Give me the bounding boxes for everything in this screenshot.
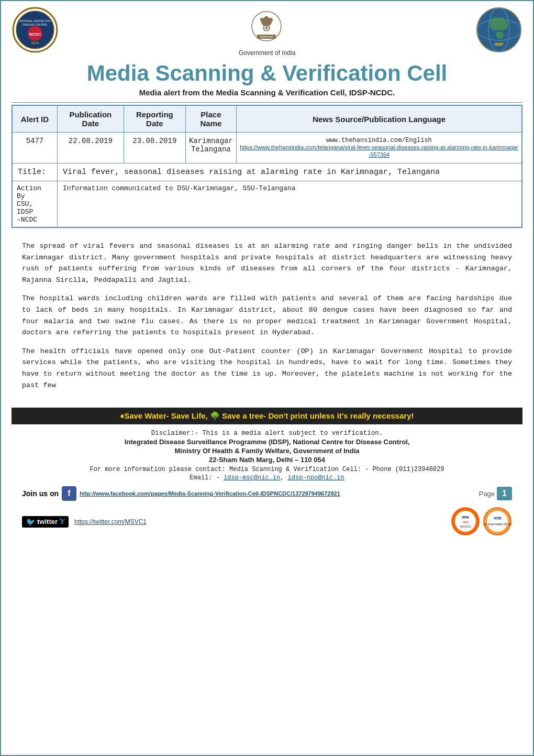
title-label-cell: Title:	[12, 163, 57, 181]
action-label-cell: Action By CSU, IDSP –NCDC	[12, 181, 57, 228]
table-header-row: Alert ID Publication Date Reporting Date…	[12, 105, 522, 133]
title-content-cell: Viral fever, seasonal diseases raising a…	[57, 163, 522, 181]
gov-emblem: सत्यमेव जयते	[250, 10, 284, 48]
svg-point-9	[260, 18, 264, 22]
twitter-link[interactable]: https://twitter.com/MSVC1	[74, 518, 147, 525]
contact-line: For more information please contact: Med…	[22, 466, 512, 473]
col-alert-id: Alert ID	[12, 105, 57, 133]
alert-table: Alert ID Publication Date Reporting Date…	[12, 105, 522, 228]
cell-alert-id: 5477	[12, 133, 57, 163]
twitter-label: twitter	[37, 518, 58, 525]
facebook-icon: f	[62, 486, 76, 501]
svg-text:NCDC: NCDC	[29, 32, 41, 37]
twitter-row: 🐦 twitter 𝕐 https://twitter.com/MSVC1 स्…	[12, 505, 522, 539]
svg-point-10	[269, 18, 273, 22]
page-subtitle: Media alert from the Media Scanning & Ve…	[12, 88, 522, 97]
cell-pub-date: 22.08.2019	[57, 133, 124, 163]
twitter-section: 🐦 twitter 𝕐 https://twitter.com/MSVC1	[22, 516, 147, 528]
facebook-link[interactable]: http://www.facebook.com/pages/Media-Scan…	[80, 490, 340, 497]
bharat-logo: भारत एक कदम स्वच्छता की ओर	[483, 507, 512, 536]
col-rep-date: Reporting Date	[124, 105, 185, 133]
page-label: Page	[479, 490, 495, 498]
swachh-section: स्वच्छ भारत MISSION भारत एक कदम स्वच्छता…	[451, 507, 512, 536]
ncdc-logo: NATIONAL CENTRE FOR DISEASE CONTROL NCDC…	[12, 6, 59, 53]
body-para-1: The spread of viral fevers and seasonal …	[22, 240, 512, 286]
idsp-line: Integrated Disease Surveillance Programm…	[22, 438, 512, 446]
svg-point-30	[487, 511, 508, 532]
title-row: Title: Viral fever, seasonal diseases ra…	[12, 163, 522, 181]
email-line: Email: - idsp-msc@nic.in, idsp-npo@nic.i…	[22, 474, 512, 481]
cell-news-source: www.thehansindia.com/English https://www…	[237, 133, 522, 163]
cell-rep-date: 23.08.2019	[124, 133, 185, 163]
page-badge-area: Page 1	[479, 487, 512, 500]
swachh-bharat-logo: स्वच्छ भारत MISSION	[451, 507, 480, 536]
body-content: The spread of viral fevers and seasonal …	[12, 232, 522, 403]
join-us-section: Join us on f http://www.facebook.com/pag…	[22, 486, 340, 501]
news-source-link[interactable]: https://www.thehansindia.com/telangana/v…	[240, 144, 518, 158]
email1-link[interactable]: idsp-msc@nic.in	[224, 474, 280, 481]
action-row: Action By CSU, IDSP –NCDC Information co…	[12, 181, 522, 228]
disclaimer-text: Disclaimer:- This is a media alert subje…	[22, 430, 512, 437]
svg-text:DISEASE CONTROL: DISEASE CONTROL	[23, 23, 48, 26]
address-line: 22-Sham Nath Marg, Delhi – 110 054	[22, 456, 512, 464]
svg-text:भारत: भारत	[494, 516, 502, 521]
col-place-name: Place Name	[185, 105, 236, 133]
svg-text:DELHI: DELHI	[31, 41, 39, 45]
svg-text:स्वच्छ: स्वच्छ	[461, 516, 469, 519]
svg-text:सत्यमेव जयते: सत्यमेव जयते	[260, 35, 273, 38]
page-number: 1	[497, 487, 512, 500]
gov-label: Government of India	[239, 49, 296, 57]
email2-link[interactable]: idsp-npo@nic.in	[288, 474, 344, 481]
join-label: Join us on	[22, 489, 59, 498]
footer-banner: ♦Save Water- Save Life, 🌳 Save a tree- D…	[12, 408, 522, 424]
page-indicator: Page 1	[479, 487, 512, 500]
twitter-icon: 🐦	[26, 518, 35, 526]
twitter-badge: 🐦 twitter 𝕐	[22, 516, 69, 528]
action-content-cell: Information communicated to DSU-Karimnag…	[57, 181, 522, 228]
main-title-bar: Media Scanning & Verification Cell	[12, 61, 522, 86]
svg-text:भारत: भारत	[463, 521, 469, 524]
svg-text:IDSP: IDSP	[495, 42, 504, 46]
header-section: NATIONAL CENTRE FOR DISEASE CONTROL NCDC…	[12, 6, 522, 59]
social-row: Join us on f http://www.facebook.com/pag…	[12, 484, 522, 505]
header-center: सत्यमेव जयते Government of India	[239, 10, 296, 57]
svg-text:NATIONAL CENTRE FOR: NATIONAL CENTRE FOR	[20, 19, 51, 23]
footer-info: Disclaimer:- This is a media alert subje…	[12, 424, 522, 484]
svg-point-11	[264, 16, 269, 21]
col-pub-date: Publication Date	[57, 105, 124, 133]
ministry-line: Ministry Of Health & Family Welfare, Gov…	[22, 447, 512, 455]
col-news-source: News Source/Publication Language	[237, 105, 522, 133]
svg-text:एक कदम स्वच्छता की ओर: एक कदम स्वच्छता की ओर	[483, 522, 512, 526]
body-para-2: The hospital wards including children wa…	[22, 293, 512, 338]
right-logo: IDSP	[475, 6, 522, 53]
header-divider	[12, 102, 522, 103]
cell-place-name: Karimnagar Telangana	[185, 133, 236, 163]
twitter-y: 𝕐	[60, 518, 64, 525]
body-para-3: The health officials have opened only on…	[22, 346, 512, 391]
table-data-row: 5477 22.08.2019 23.08.2019 Karimnagar Te…	[12, 133, 522, 163]
page-title: Media Scanning & Verification Cell	[87, 61, 448, 86]
svg-text:MISSION: MISSION	[460, 525, 471, 528]
